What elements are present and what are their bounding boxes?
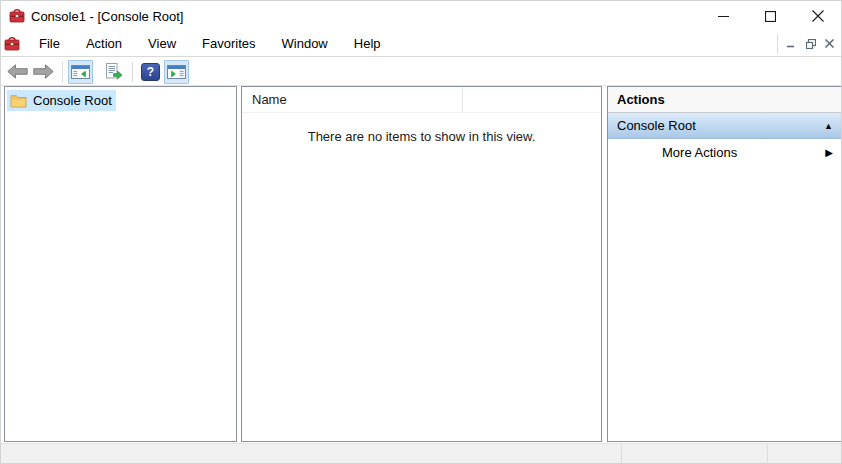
console-tree-pane: Console Root xyxy=(4,86,237,442)
actions-pane-title: Actions xyxy=(608,87,842,113)
show-hide-action-pane-button[interactable] xyxy=(164,60,189,84)
list-header: Name xyxy=(242,87,601,113)
actions-group-label: Console Root xyxy=(617,118,696,133)
forward-button[interactable] xyxy=(31,60,56,84)
menu-help[interactable]: Help xyxy=(341,31,394,56)
toolbar: ? xyxy=(1,58,841,86)
minimize-button[interactable] xyxy=(700,1,747,31)
maximize-icon xyxy=(765,11,776,22)
show-hide-console-tree-button[interactable] xyxy=(68,60,93,84)
column-divider[interactable] xyxy=(462,87,463,112)
more-actions-label: More Actions xyxy=(662,145,737,160)
tree-item-console-root[interactable]: Console Root xyxy=(7,90,116,111)
minimize-icon xyxy=(718,11,729,22)
back-button[interactable] xyxy=(5,60,30,84)
actions-pane: Actions Console Root ▲ More Actions ▶ xyxy=(607,86,842,442)
toolbar-separator xyxy=(62,62,63,82)
child-close-button[interactable] xyxy=(820,33,839,54)
console-app-icon xyxy=(4,36,20,52)
help-button[interactable]: ? xyxy=(138,60,163,84)
actions-group-console-root[interactable]: Console Root ▲ xyxy=(608,113,842,139)
window-controls xyxy=(700,1,841,31)
child-restore-button[interactable] xyxy=(801,33,820,54)
menu-view[interactable]: View xyxy=(135,31,189,56)
menubar: File Action View Favorites Window Help xyxy=(1,31,841,57)
statusbar-divider xyxy=(621,444,622,463)
child-minimize-icon xyxy=(787,39,796,48)
menubar-separator xyxy=(777,34,778,54)
mmc-app-icon xyxy=(9,8,25,24)
child-window-controls xyxy=(777,31,839,56)
empty-view-message: There are no items to show in this view. xyxy=(242,129,601,144)
menu-favorites[interactable]: Favorites xyxy=(189,31,268,56)
statusbar xyxy=(1,443,841,463)
back-icon xyxy=(7,64,28,79)
submenu-arrow-icon: ▶ xyxy=(825,139,833,167)
collapse-icon[interactable]: ▲ xyxy=(824,113,833,139)
child-close-icon xyxy=(825,39,834,48)
window-title: Console1 - [Console Root] xyxy=(31,9,183,24)
maximize-button[interactable] xyxy=(747,1,794,31)
action-pane-toggle-icon xyxy=(167,64,186,80)
forward-icon xyxy=(33,64,54,79)
menu-file[interactable]: File xyxy=(26,31,73,56)
export-list-button[interactable] xyxy=(101,60,126,84)
close-button[interactable] xyxy=(794,1,841,31)
child-minimize-button[interactable] xyxy=(782,33,801,54)
folder-icon xyxy=(10,94,27,108)
mmc-window: Console1 - [Console Root] File Action V xyxy=(0,0,842,464)
results-pane: Name There are no items to show in this … xyxy=(241,86,602,442)
menu-action[interactable]: Action xyxy=(73,31,135,56)
tree-item-label: Console Root xyxy=(33,93,112,108)
more-actions-item[interactable]: More Actions ▶ xyxy=(608,139,842,167)
column-header-name[interactable]: Name xyxy=(252,87,287,113)
statusbar-divider xyxy=(767,444,768,463)
menu-window[interactable]: Window xyxy=(269,31,341,56)
titlebar: Console1 - [Console Root] xyxy=(1,1,841,31)
child-restore-icon xyxy=(806,39,816,49)
toolbar-separator xyxy=(132,62,133,82)
close-icon xyxy=(812,10,824,22)
console-tree-toggle-icon xyxy=(71,64,90,80)
export-list-icon xyxy=(104,63,123,80)
help-icon: ? xyxy=(141,63,160,81)
